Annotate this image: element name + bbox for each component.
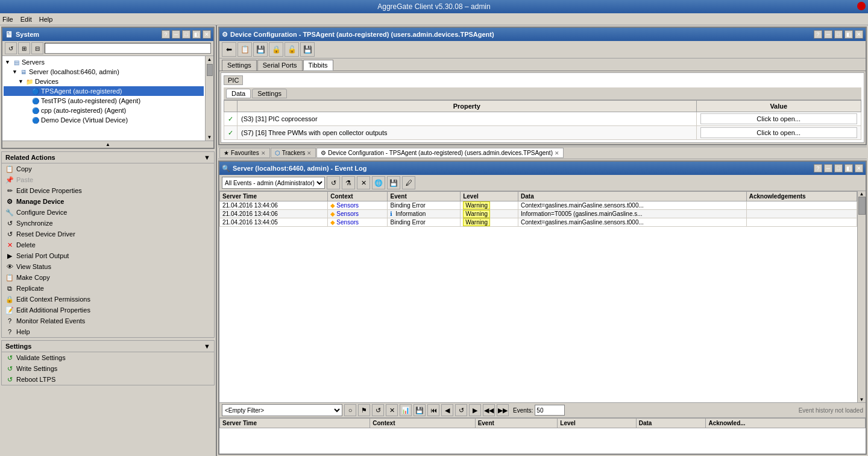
action-reboot[interactable]: ↺ Reboot LTPS (2, 374, 214, 385)
tree-item-tpsagent[interactable]: 🔵 TPSAgent (auto-registered) (4, 86, 204, 96)
dc-min-btn[interactable]: ─ (824, 30, 832, 39)
filter-prev2-btn[interactable]: ◀◀ (483, 404, 495, 416)
config-btn-back[interactable]: ⬅ (222, 42, 236, 57)
tree-expand-btn[interactable]: ⊞ (18, 42, 30, 54)
config-btn-save[interactable]: 💾 (253, 42, 268, 57)
tree-scrollbar[interactable]: ▲ ▼ (205, 56, 213, 141)
event-table-scrollbar[interactable]: ▲ ▼ (857, 191, 866, 402)
event-scroll-thumb[interactable] (858, 197, 866, 215)
action-copy[interactable]: 📋 Copy (2, 163, 214, 174)
bottom-tab-trackers[interactable]: ⬡ Trackers ✕ (271, 148, 316, 158)
ev-row3-context-link[interactable]: ◆ Sensors (330, 219, 385, 226)
tree-item-server[interactable]: ▼ 🖥 Server (localhost:6460, admin) (4, 67, 204, 77)
tree-scroll-up[interactable]: ▲ (207, 56, 213, 63)
filter-next-btn[interactable]: ▶ (469, 404, 481, 416)
row1-value[interactable]: Click to open... (696, 112, 861, 126)
action-configure-device[interactable]: 🔧 Configure Device (2, 207, 214, 218)
ev-globe-btn[interactable]: 🌐 (372, 176, 385, 189)
tree-item-testtps[interactable]: 🔵 TestTPS (auto-registered) (Agent) (4, 96, 204, 106)
event-scroll-up[interactable]: ▲ (858, 191, 866, 197)
filter-save-btn[interactable]: 💾 (414, 404, 426, 416)
action-validate[interactable]: ↺ Validate Settings (2, 352, 214, 363)
el-restore-btn[interactable]: □ (834, 164, 843, 173)
tree-scroll-thumb[interactable] (207, 64, 213, 76)
filter-prev-btn[interactable]: ◀ (441, 404, 453, 416)
action-synchronize[interactable]: ↺ Synchronize (2, 218, 214, 229)
tab-settings[interactable]: Settings (222, 60, 257, 71)
ev-row2-context[interactable]: ◆ Sensors (328, 210, 388, 218)
ev-row3-context[interactable]: ◆ Sensors (328, 218, 388, 227)
bottom-tab-device-config[interactable]: ⚙ Device Configuration - TPSAgent (auto-… (316, 148, 564, 158)
action-replicate[interactable]: ⧉ Replicate (2, 283, 214, 294)
event-scroll-down[interactable]: ▼ (858, 397, 866, 402)
config-btn-lock[interactable]: 🔒 (269, 42, 283, 57)
system-restore-btn[interactable]: □ (182, 30, 190, 39)
action-serial-port[interactable]: ▶ Serial Port Output (2, 250, 214, 261)
el-close-btn[interactable]: ✕ (855, 164, 863, 173)
tree-item-servers[interactable]: ▼ ▤ Servers (4, 57, 204, 67)
action-edit-permissions[interactable]: 🔒 Edit Context Permissions (2, 294, 214, 305)
filter-next2-btn[interactable]: ▶▶ (497, 404, 509, 416)
tab-tibbits[interactable]: Tibbits (303, 60, 333, 71)
related-actions-header[interactable]: Related Actions ▼ (2, 152, 214, 163)
row1-open-btn[interactable]: Click to open... (700, 113, 858, 124)
action-help[interactable]: ? Help (2, 326, 214, 337)
action-view-status[interactable]: 👁 View Status (2, 261, 214, 272)
dc-dock-btn[interactable]: ◧ (844, 30, 853, 39)
ev-save-btn[interactable]: 💾 (387, 176, 400, 189)
action-edit-device-props[interactable]: ✏ Edit Device Properties (2, 185, 214, 196)
dc-restore-btn[interactable]: □ (834, 30, 843, 39)
filter-refresh2-btn[interactable]: ↺ (455, 404, 467, 416)
filter-circle-btn[interactable]: ○ (344, 404, 356, 416)
filter-flag-btn[interactable]: ⚑ (358, 404, 370, 416)
ev-row1-context-link[interactable]: ◆ Sensors (330, 202, 385, 209)
events-count-input[interactable] (535, 405, 565, 416)
action-make-copy[interactable]: 📋 Make Copy (2, 272, 214, 283)
menu-help[interactable]: Help (39, 16, 53, 23)
tree-scroll-down[interactable]: ▼ (207, 134, 213, 141)
tree-collapse-handle[interactable]: ▲ (2, 141, 213, 148)
tab-serial-ports[interactable]: Serial Ports (257, 60, 303, 71)
system-close-btn[interactable]: ✕ (203, 30, 211, 39)
ev-row-2[interactable]: 21.04.2016 13:44:06 ◆ Sensors ℹ Informat… (220, 210, 857, 218)
filter-refresh-btn[interactable]: ↺ (372, 404, 384, 416)
inner-tab-data[interactable]: Data (226, 89, 251, 98)
bottom-tab-favourites[interactable]: ★ Favourites ✕ (219, 148, 270, 158)
tree-item-cpp[interactable]: 🔵 cpp (auto-registered) (Agent) (4, 106, 204, 115)
system-dock-btn[interactable]: ◧ (192, 30, 201, 39)
action-paste[interactable]: 📌 Paste (2, 174, 214, 185)
ev-row-3[interactable]: 21.04.2016 13:44:05 ◆ Sensors Binding Er… (220, 218, 857, 227)
config-btn-save2[interactable]: 💾 (300, 42, 315, 57)
row2-open-btn[interactable]: Click to open... (700, 127, 858, 138)
system-help-btn[interactable]: ? (162, 30, 170, 39)
row2-value[interactable]: Click to open... (696, 126, 861, 140)
tree-collapse-btn[interactable]: ⊟ (31, 42, 43, 54)
config-btn-copy[interactable]: 📋 (237, 42, 252, 57)
ev-row2-context-link[interactable]: ◆ Sensors (330, 211, 385, 217)
el-min-btn[interactable]: ─ (824, 164, 832, 173)
dc-help-btn[interactable]: ? (814, 30, 822, 39)
el-dock-btn[interactable]: ◧ (844, 164, 853, 173)
ev-row1-context[interactable]: ◆ Sensors (328, 201, 388, 210)
empty-filter-select[interactable]: <Empty Filter> (222, 404, 342, 416)
filter-clear-btn[interactable]: ✕ (386, 404, 398, 416)
action-delete[interactable]: ✕ Delete (2, 239, 214, 250)
el-help-btn[interactable]: ? (814, 164, 822, 173)
action-reset-driver[interactable]: ↺ Reset Device Driver (2, 229, 214, 239)
title-close-btn[interactable] (857, 2, 866, 10)
ev-row-1[interactable]: 21.04.2016 13:44:06 ◆ Sensors Binding Er… (220, 201, 857, 210)
device-config-close[interactable]: ✕ (555, 150, 559, 156)
tree-refresh-btn[interactable]: ↺ (5, 42, 17, 54)
tree-item-devices[interactable]: ▼ 📁 Devices (4, 77, 204, 86)
settings-header[interactable]: Settings ▼ (2, 341, 214, 352)
menu-edit[interactable]: Edit (20, 16, 32, 23)
trackers-close[interactable]: ✕ (307, 150, 312, 156)
filter-first-btn[interactable]: ⏮ (427, 404, 439, 416)
system-min-btn[interactable]: ─ (172, 30, 180, 39)
menu-file[interactable]: File (2, 16, 13, 23)
favourites-close[interactable]: ✕ (261, 150, 266, 156)
tree-item-demo[interactable]: 🔵 Demo Device (Virtual Device) (4, 115, 204, 125)
event-filter-select[interactable]: All Events - admin (Administrator) (222, 177, 325, 189)
action-monitor-events[interactable]: ? Monitor Related Events (2, 315, 214, 326)
action-write-settings[interactable]: ↺ Write Settings (2, 363, 214, 374)
